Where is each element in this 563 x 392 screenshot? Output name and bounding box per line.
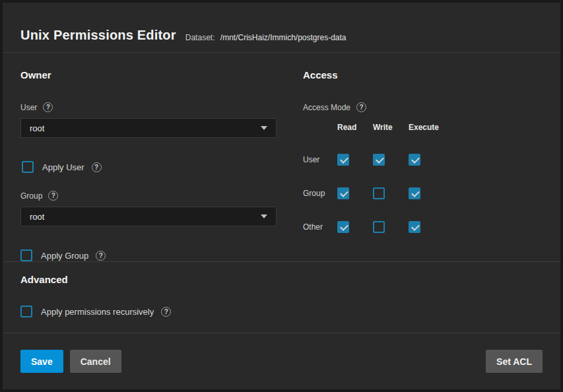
dataset-label: Dataset: [185, 33, 215, 42]
help-icon[interactable]: ? [96, 251, 106, 261]
help-icon[interactable]: ? [43, 102, 53, 112]
dialog-footer: Save Cancel Set ACL [3, 333, 560, 389]
user-label: User [20, 103, 37, 112]
recursive-checkbox[interactable] [20, 306, 32, 317]
user-row-label: User [303, 155, 337, 164]
cancel-button[interactable]: Cancel [70, 350, 121, 373]
user-read-checkbox[interactable] [337, 154, 349, 166]
dataset-path: /mnt/CrisHaiz/Immich/postgres-data [220, 33, 347, 42]
set-acl-button[interactable]: Set ACL [486, 350, 543, 373]
user-select-value: root [30, 123, 44, 133]
other-execute-checkbox[interactable] [409, 221, 420, 233]
write-column-header: Write [373, 123, 409, 132]
dataset-info: Dataset: /mnt/CrisHaiz/Immich/postgres-d… [185, 33, 347, 43]
owner-section: Owner User ? root Apply User ? Group ? [20, 69, 303, 261]
save-button[interactable]: Save [20, 350, 63, 373]
apply-user-checkbox[interactable] [22, 161, 34, 173]
group-select-value: root [30, 212, 44, 222]
help-icon[interactable]: ? [92, 162, 102, 172]
apply-user-row: Apply User ? [22, 161, 303, 173]
chevron-down-icon [261, 126, 267, 130]
unix-permissions-editor-dialog: Unix Permissions Editor Dataset: /mnt/Cr… [0, 0, 563, 392]
group-read-checkbox[interactable] [337, 187, 349, 199]
advanced-section: Advanced Apply permissions recursively ? [3, 262, 560, 333]
chevron-down-icon [261, 214, 267, 218]
group-execute-checkbox[interactable] [409, 187, 420, 199]
owner-heading: Owner [20, 69, 303, 81]
apply-user-label: Apply User [42, 162, 84, 172]
advanced-heading: Advanced [20, 274, 543, 285]
group-select[interactable]: root [20, 207, 277, 226]
user-write-checkbox[interactable] [373, 154, 385, 166]
access-mode-grid: Read Write Execute User Group Other [303, 123, 543, 233]
group-row-label: Group [303, 189, 337, 198]
other-row-label: Other [303, 222, 337, 232]
user-execute-checkbox[interactable] [409, 154, 420, 166]
access-heading: Access [303, 69, 543, 81]
apply-group-checkbox[interactable] [20, 249, 32, 261]
group-write-checkbox[interactable] [373, 187, 385, 199]
access-section: Access Access Mode ? Read Write Execute … [303, 69, 543, 261]
read-column-header: Read [337, 123, 373, 132]
other-read-checkbox[interactable] [337, 221, 349, 233]
access-mode-label: Access Mode [303, 103, 350, 112]
help-icon[interactable]: ? [161, 307, 171, 317]
execute-column-header: Execute [409, 123, 455, 132]
dialog-header: Unix Permissions Editor Dataset: /mnt/Cr… [3, 3, 560, 53]
other-write-checkbox[interactable] [373, 221, 385, 233]
recursive-row: Apply permissions recursively ? [20, 306, 543, 317]
help-icon[interactable]: ? [356, 102, 366, 112]
apply-group-row: Apply Group ? [20, 249, 303, 261]
page-title: Unix Permissions Editor [20, 28, 176, 43]
group-label: Group [20, 191, 42, 201]
dialog-content: Owner User ? root Apply User ? Group ? [3, 53, 560, 261]
user-select[interactable]: root [20, 118, 277, 138]
apply-group-label: Apply Group [41, 251, 88, 261]
help-icon[interactable]: ? [48, 191, 58, 201]
recursive-label: Apply permissions recursively [41, 307, 154, 317]
